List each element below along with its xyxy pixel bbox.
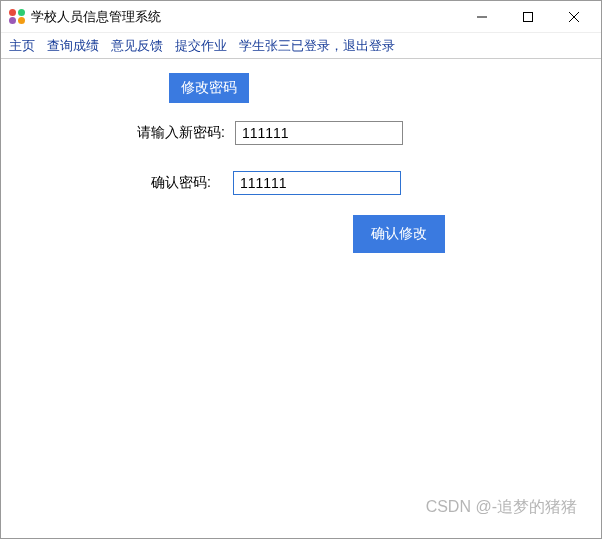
titlebar: 学校人员信息管理系统: [1, 1, 601, 33]
confirm-change-button[interactable]: 确认修改: [353, 215, 445, 253]
maximize-icon: [523, 12, 533, 22]
menu-query-grades[interactable]: 查询成绩: [47, 37, 99, 55]
app-window: 学校人员信息管理系统 主页 查询成绩 意见反馈 提交作业 学生张三已登录，退出登…: [0, 0, 602, 539]
maximize-button[interactable]: [505, 1, 551, 32]
menu-home[interactable]: 主页: [9, 37, 35, 55]
menu-submit-homework[interactable]: 提交作业: [175, 37, 227, 55]
menubar: 主页 查询成绩 意见反馈 提交作业 学生张三已登录，退出登录: [1, 33, 601, 59]
close-button[interactable]: [551, 1, 597, 32]
menu-login-status[interactable]: 学生张三已登录，退出登录: [239, 37, 395, 55]
watermark: CSDN @-追梦的猪猪: [426, 497, 577, 518]
minimize-button[interactable]: [459, 1, 505, 32]
window-controls: [459, 1, 597, 32]
new-password-label: 请输入新密码:: [137, 124, 225, 142]
confirm-password-label: 确认密码:: [151, 174, 211, 192]
new-password-row: 请输入新密码:: [137, 121, 403, 145]
close-icon: [569, 12, 579, 22]
svg-rect-1: [524, 12, 533, 21]
app-icon: [9, 9, 25, 25]
menu-feedback[interactable]: 意见反馈: [111, 37, 163, 55]
confirm-password-input[interactable]: [233, 171, 401, 195]
minimize-icon: [477, 12, 487, 22]
window-title: 学校人员信息管理系统: [31, 8, 161, 26]
new-password-input[interactable]: [235, 121, 403, 145]
confirm-password-row: 确认密码:: [151, 171, 401, 195]
change-password-header[interactable]: 修改密码: [169, 73, 249, 103]
content-area: 修改密码 请输入新密码: 确认密码: 确认修改 CSDN @-追梦的猪猪: [1, 59, 601, 538]
